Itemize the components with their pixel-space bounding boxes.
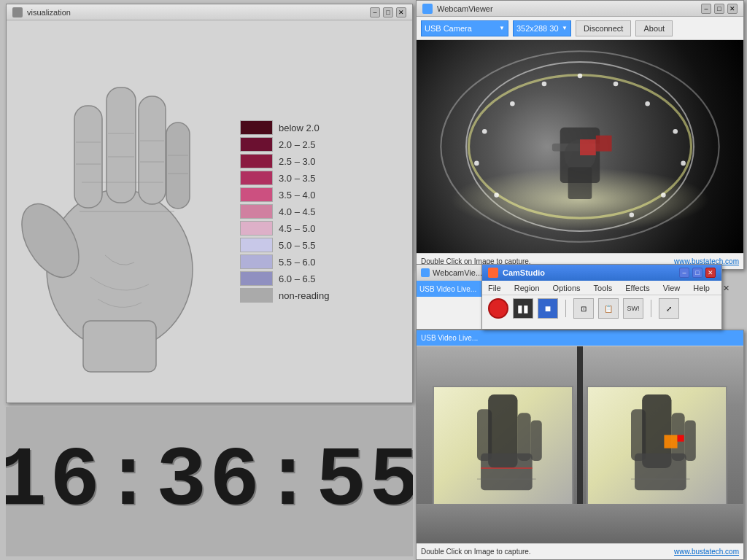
- legend-item-4: 3.5 – 4.0: [240, 187, 329, 202]
- webcam-bottom-status-link[interactable]: www.bustatech.com: [674, 548, 739, 556]
- legend-label-4: 3.5 – 4.0: [279, 190, 316, 201]
- webcam-image-area[interactable]: [417, 40, 743, 253]
- legend-label-2: 2.5 – 3.0: [279, 156, 316, 167]
- webcam-titlebar-left: WebcamViewer: [422, 4, 493, 14]
- resolution-arrow: ▼: [562, 25, 568, 31]
- legend-label-3: 3.0 – 3.5: [279, 173, 316, 184]
- toolbar-separator-1: [565, 300, 566, 317]
- camstudio-title: CamStudio: [503, 268, 545, 277]
- webcam-behind-window: WebcamVie... USB Video Live...: [416, 264, 489, 330]
- menu-effects[interactable]: Effects: [622, 284, 652, 292]
- webcam-bottom-image-area[interactable]: [417, 346, 743, 543]
- camstudio-menubar: File Region Options Tools Effects View H…: [482, 281, 721, 295]
- camera-source-arrow: ▼: [499, 25, 505, 31]
- legend-color-6: [240, 221, 273, 236]
- webcam-bottom-toolbar-text: USB Video Live...: [421, 334, 478, 342]
- record-button[interactable]: [488, 298, 508, 319]
- menu-help[interactable]: Help: [690, 284, 713, 292]
- scene-panel-right: [587, 386, 727, 514]
- viz-window-title: visualization: [27, 8, 71, 17]
- camera-source-label: USB Camera: [425, 24, 472, 33]
- legend-label-8: 5.5 – 6.0: [279, 257, 316, 268]
- svg-rect-45: [631, 409, 646, 461]
- svg-rect-36: [596, 136, 612, 152]
- legend-item-6: 4.5 – 5.0: [240, 221, 329, 236]
- sw-button[interactable]: SW!: [623, 298, 643, 319]
- webcam-viewer-window: WebcamViewer – □ ✕ USB Camera ▼ 352x288 …: [416, 0, 744, 270]
- webcam-behind-label: WebcamVie...: [433, 268, 482, 277]
- svg-point-28: [482, 129, 487, 134]
- webcam-bottom-status-text: Double Click on Image to capture.: [421, 548, 531, 556]
- svg-rect-48: [635, 454, 686, 490]
- camstudio-minimize-button[interactable]: –: [679, 268, 689, 278]
- menu-view[interactable]: View: [660, 284, 684, 292]
- viz-close-button[interactable]: ✕: [396, 7, 406, 18]
- svg-rect-38: [477, 409, 492, 461]
- svg-rect-4: [139, 96, 166, 204]
- svg-rect-50: [678, 435, 684, 442]
- webcam-controls[interactable]: – □ ✕: [701, 4, 738, 14]
- hand-svg: [18, 36, 222, 386]
- pause-button[interactable]: ▮▮: [513, 298, 533, 319]
- resize-button[interactable]: ⤢: [659, 298, 679, 319]
- legend-color-9: [240, 271, 273, 286]
- resize-icon: ⤢: [666, 305, 672, 313]
- scene-panel-left: [433, 386, 573, 514]
- options-button[interactable]: 📋: [598, 298, 619, 319]
- legend-item-3: 3.0 – 3.5: [240, 171, 329, 185]
- camstudio-window: CamStudio – □ ✕ File Region Options Tool…: [481, 264, 722, 330]
- camstudio-close-button[interactable]: ✕: [705, 268, 716, 278]
- legend-color-2: [240, 154, 273, 168]
- camstudio-x-button[interactable]: ✕: [720, 284, 732, 292]
- resolution-dropdown[interactable]: 352x288 30 ▼: [513, 20, 571, 36]
- webcam-camera-view: [417, 40, 743, 253]
- webcam-bottom-status: Double Click on Image to capture. www.bu…: [417, 543, 743, 559]
- legend-color-1: [240, 137, 273, 152]
- toolbar-separator-2: [651, 300, 651, 317]
- webcam-icon: [422, 4, 433, 14]
- stop-button[interactable]: ■: [538, 298, 558, 319]
- svg-point-19: [578, 74, 583, 79]
- menu-options[interactable]: Options: [550, 284, 584, 292]
- visualization-window: visualization – □ ✕: [6, 4, 413, 403]
- svg-rect-40: [531, 420, 542, 460]
- viz-content: below 2.0 2.0 – 2.5 2.5 – 3.0 3.0 – 3.5 …: [7, 20, 412, 402]
- about-button[interactable]: About: [635, 20, 673, 36]
- legend-color-7: [240, 238, 273, 252]
- legend-item-5: 4.0 – 4.5: [240, 204, 329, 219]
- svg-rect-47: [685, 420, 696, 460]
- viz-maximize-button[interactable]: □: [383, 7, 393, 18]
- viz-window-controls[interactable]: – □ ✕: [370, 7, 406, 18]
- legend-item-1: 2.0 – 2.5: [240, 137, 329, 152]
- svg-point-20: [614, 82, 619, 87]
- menu-region[interactable]: Region: [511, 284, 543, 292]
- camstudio-maximize-button[interactable]: □: [692, 268, 703, 278]
- legend-color-4: [240, 187, 273, 202]
- svg-rect-49: [664, 435, 677, 448]
- camera-source-dropdown[interactable]: USB Camera ▼: [421, 20, 508, 36]
- camstudio-icon: [488, 268, 498, 278]
- webcam-maximize-button[interactable]: □: [714, 4, 724, 14]
- svg-point-30: [494, 192, 499, 198]
- svg-point-25: [630, 212, 635, 217]
- webcam-minimize-button[interactable]: –: [701, 4, 711, 14]
- disconnect-button[interactable]: Disconnect: [576, 20, 631, 36]
- legend-area: below 2.0 2.0 – 2.5 2.5 – 3.0 3.0 – 3.5 …: [233, 106, 336, 317]
- webcam-behind-icon: [421, 268, 430, 277]
- menu-tools[interactable]: Tools: [591, 284, 616, 292]
- svg-point-26: [542, 82, 547, 87]
- menu-file[interactable]: File: [485, 284, 504, 292]
- viz-minimize-button[interactable]: –: [370, 7, 380, 18]
- camstudio-toolbar: ▮▮ ■ ⊡ 📋 SW! ⤢: [482, 295, 721, 322]
- legend-item-10: non-reading: [240, 288, 329, 303]
- webcam-title: WebcamViewer: [437, 4, 493, 13]
- webcam-behind-title: WebcamVie...: [417, 265, 488, 281]
- svg-rect-41: [481, 454, 533, 490]
- region-button[interactable]: ⊡: [573, 298, 594, 319]
- clock-time: 16:36:55: [6, 434, 413, 529]
- svg-point-22: [673, 129, 678, 134]
- camstudio-close-x[interactable]: ✕: [720, 283, 732, 293]
- camstudio-controls[interactable]: – □ ✕: [679, 268, 716, 278]
- webcam-behind-bar-text: USB Video Live...: [419, 285, 476, 293]
- webcam-close-button[interactable]: ✕: [727, 4, 738, 14]
